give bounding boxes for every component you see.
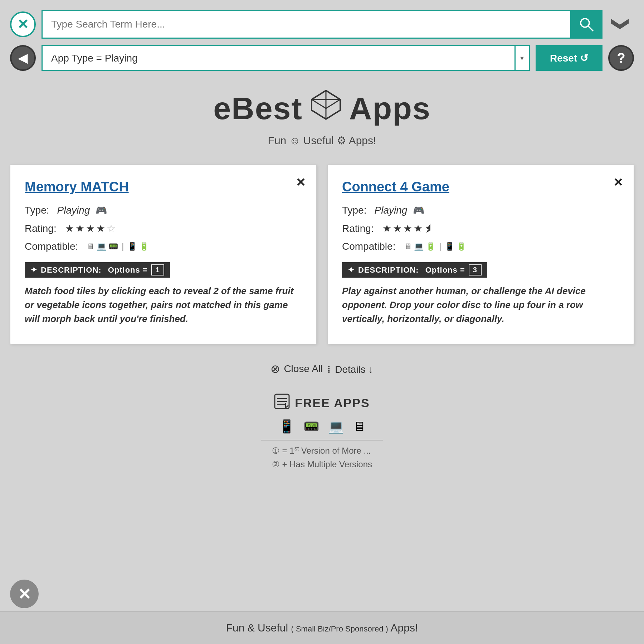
footer: Fun & Useful ( Small Biz/Pro Sponsored )…	[0, 611, 644, 644]
close-all-icon: ⊗	[270, 362, 280, 376]
chevron-down-icon: ❯	[611, 17, 631, 31]
svg-line-8	[326, 91, 340, 99]
details-link[interactable]: Details ↓	[335, 364, 373, 375]
device-icon-desktop: 🖥	[353, 419, 366, 434]
tagline: Fun ☺ Useful ⚙ Apps!	[10, 134, 634, 147]
lightning-icon-2: ✦	[348, 265, 355, 275]
description-header-2: ✦ DESCRIPTION: Options = 3	[342, 262, 487, 278]
tagline-text: Fun ☺ Useful ⚙ Apps!	[268, 135, 376, 146]
back-arrow-icon: ◀	[18, 50, 28, 65]
search-bar-wrapper	[42, 10, 602, 39]
svg-line-7	[312, 91, 326, 99]
star-2-3: ★	[403, 223, 412, 234]
chevron-down-button[interactable]: ❯	[608, 11, 634, 37]
filter-select-wrapper: App Type = PlayingApp Type = UsefulAll A…	[42, 45, 530, 71]
type-value-1: Playing	[57, 205, 90, 216]
options-label-2: Options =	[425, 265, 465, 275]
close-icon: ✕	[17, 18, 29, 31]
battery-icon-2b: 🔋	[457, 242, 466, 251]
svg-line-5	[312, 99, 326, 108]
free-apps-icon	[274, 394, 290, 413]
description-label-1: DESCRIPTION:	[41, 265, 102, 275]
description-label-2: DESCRIPTION:	[358, 265, 419, 275]
free-apps-devices: 📱 📟 💻 🖥	[10, 419, 634, 434]
card-title-1[interactable]: Memory MATCH	[25, 179, 129, 195]
star-2-5: ⯨	[424, 223, 434, 234]
desktop-icon-1: 🖥	[87, 242, 94, 251]
close-all-label: Close All	[284, 363, 323, 375]
options-badge-2: 3	[469, 264, 482, 275]
card-type-field-1: Type: Playing 🎮	[25, 205, 302, 216]
close-top-button[interactable]: ✕	[10, 11, 36, 37]
options-badge-1: 1	[151, 264, 164, 275]
rating-label-1: Rating:	[25, 223, 57, 234]
star-1-1: ★	[65, 223, 74, 234]
close-all-button[interactable]: ⊗ Close All	[270, 362, 323, 376]
legend-item-1: ① = 1st Version of More ...	[272, 445, 372, 456]
main-content: eBest Apps Fun ☺ Useful ⚙ Apps! ✕ Memory…	[0, 71, 644, 498]
dropdown-arrow-icon: ▾	[516, 45, 530, 71]
card-close-button-1[interactable]: ✕	[296, 176, 306, 189]
device-icon-phone: 📱	[279, 419, 295, 434]
bottom-controls: ⊗ Close All ⁞ Details ↓	[10, 362, 634, 376]
reset-button[interactable]: Reset ↺	[536, 45, 602, 71]
card-description-1: Match food tiles by clicking each to rev…	[25, 284, 302, 326]
back-button[interactable]: ◀	[10, 45, 36, 71]
bottom-close-icon: ✕	[18, 585, 31, 603]
svg-line-6	[326, 99, 340, 108]
card-rating-field-1: Rating: ★ ★ ★ ★ ☆	[25, 223, 302, 234]
description-header-1: ✦ DESCRIPTION: Options = 1	[25, 262, 170, 278]
mobile-icon-2: 📱	[445, 242, 454, 251]
device-icon-laptop: 💻	[328, 419, 344, 434]
stars-2: ★ ★ ★ ★ ⯨	[382, 223, 434, 234]
star-2-2: ★	[393, 223, 402, 234]
search-icon	[579, 17, 594, 31]
filter-select[interactable]: App Type = PlayingApp Type = UsefulAll A…	[42, 45, 516, 71]
compatible-icons-2: 🖥 💻 🔋 | 📱 🔋	[404, 242, 466, 251]
filter-row: ◀ App Type = PlayingApp Type = UsefulAll…	[0, 39, 644, 71]
free-apps-label: FREE APPS	[295, 396, 370, 410]
title-part2: Apps	[349, 90, 431, 127]
star-1-2: ★	[75, 223, 84, 234]
app-card-connect4: ✕ Connect 4 Game Type: Playing 🎮 Rating:…	[327, 165, 634, 344]
star-2-4: ★	[414, 223, 423, 234]
top-bar: ✕ ❯	[0, 0, 644, 39]
desktop-icon-2: 🖥	[404, 242, 412, 251]
search-input[interactable]	[42, 10, 570, 39]
type-label-1: Type:	[25, 205, 49, 216]
help-icon: ?	[617, 50, 625, 66]
free-apps-section: FREE APPS 📱 📟 💻 🖥 ① = 1st Version of Mor…	[10, 394, 634, 473]
footer-text-small: ( Small Biz/Pro Sponsored )	[291, 624, 388, 633]
lightning-icon-1: ✦	[30, 265, 37, 275]
svg-line-1	[588, 26, 593, 31]
title-part1: eBest	[213, 90, 303, 127]
battery-icon-2a: 🔋	[426, 242, 435, 251]
footer-text-part2: Apps!	[391, 622, 418, 634]
free-apps-header: FREE APPS	[274, 394, 370, 413]
footer-text-part1: Fun & Useful	[226, 622, 288, 634]
star-1-4: ★	[96, 223, 105, 234]
card-compatible-field-1: Compatible: 🖥 💻 📟 | 📱 🔋	[25, 241, 302, 252]
reset-label: Reset ↺	[550, 52, 588, 64]
legend-items: ① = 1st Version of More ... ② + Has Mult…	[272, 445, 372, 473]
help-button[interactable]: ?	[608, 45, 634, 71]
card-close-button-2[interactable]: ✕	[613, 176, 623, 189]
device-icon-tablet: 📟	[303, 419, 319, 434]
card-type-field-2: Type: Playing 🎮	[342, 205, 619, 216]
card-description-2: Play against another human, or challenge…	[342, 284, 619, 326]
search-button[interactable]	[570, 10, 602, 39]
cards-grid: ✕ Memory MATCH Type: Playing 🎮 Rating: ★…	[10, 165, 634, 344]
card-title-2[interactable]: Connect 4 Game	[342, 179, 449, 195]
compatible-label-1: Compatible:	[25, 241, 78, 252]
diamond-icon	[310, 89, 342, 128]
pipe-1: |	[122, 242, 124, 251]
legend-item-2: ② + Has Multiple Versions	[272, 459, 372, 469]
tablet-icon-1: 📟	[108, 242, 118, 251]
gamepad-icon-1: 🎮	[96, 205, 107, 216]
gamepad-icon-2: 🎮	[413, 205, 424, 216]
bottom-close-button[interactable]: ✕	[10, 580, 39, 608]
divider-line	[261, 440, 383, 440]
compatible-label-2: Compatible:	[342, 241, 395, 252]
app-card-memory-match: ✕ Memory MATCH Type: Playing 🎮 Rating: ★…	[10, 165, 317, 344]
separator: ⁞	[327, 364, 331, 375]
